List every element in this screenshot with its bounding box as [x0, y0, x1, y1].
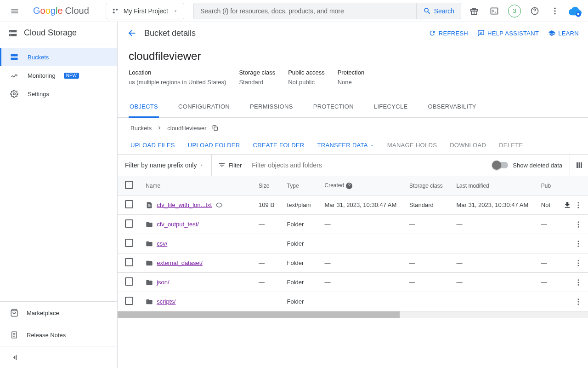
col-modified[interactable]: Last modified — [451, 176, 535, 196]
row-more-icon[interactable] — [574, 220, 582, 229]
tab-configuration[interactable]: CONFIGURATION — [177, 97, 231, 117]
upload-files-button[interactable]: UPLOAD FILES — [130, 142, 175, 149]
table-row: csv/—Folder———— — [118, 234, 588, 253]
refresh-button[interactable]: REFRESH — [429, 29, 468, 37]
back-arrow-icon[interactable] — [127, 28, 137, 38]
object-name-link[interactable]: json/ — [157, 279, 169, 286]
tab-bar: OBJECTSCONFIGURATIONPERMISSIONSPROTECTIO… — [118, 97, 588, 118]
svg-point-29 — [578, 221, 579, 223]
svg-point-34 — [578, 245, 579, 247]
svg-point-2 — [113, 12, 114, 13]
upload-folder-button[interactable]: UPLOAD FOLDER — [188, 142, 240, 149]
delete-button[interactable]: DELETE — [499, 142, 523, 149]
cloud-shell-icon[interactable] — [485, 2, 503, 20]
filter-button[interactable]: Filter — [212, 161, 248, 169]
cell-public: — — [536, 253, 557, 273]
sidebar-item-settings[interactable]: Settings — [0, 85, 117, 103]
svg-point-28 — [578, 207, 579, 208]
row-checkbox[interactable] — [125, 200, 133, 208]
tab-lifecycle[interactable]: LIFECYCLE — [373, 97, 409, 117]
gift-icon[interactable] — [465, 2, 483, 20]
search-icon — [423, 7, 431, 15]
create-folder-button[interactable]: CREATE FOLDER — [253, 142, 305, 149]
help-icon[interactable]: ? — [346, 183, 352, 189]
more-icon[interactable] — [546, 2, 564, 20]
row-checkbox[interactable] — [125, 277, 133, 286]
row-checkbox[interactable] — [125, 258, 133, 266]
column-settings-icon[interactable] — [570, 155, 588, 176]
download-button[interactable]: DOWNLOAD — [450, 142, 486, 149]
table-row: scripts/—Folder———— — [118, 292, 588, 311]
svg-point-10 — [554, 13, 555, 14]
svg-point-40 — [578, 284, 579, 285]
select-all-checkbox[interactable] — [125, 181, 133, 189]
col-type[interactable]: Type — [282, 176, 319, 196]
global-header: Google Cloud My First Project Search (/)… — [0, 0, 588, 22]
tab-objects[interactable]: OBJECTS — [129, 97, 159, 118]
svg-point-9 — [554, 10, 555, 12]
account-avatar[interactable] — [566, 2, 584, 20]
help-icon[interactable] — [526, 2, 544, 20]
col-name[interactable]: Name — [140, 176, 253, 196]
sidebar-item-monitoring[interactable]: MonitoringNEW — [0, 66, 117, 85]
col-size[interactable]: Size — [253, 176, 281, 196]
horizontal-scrollbar[interactable] — [118, 311, 588, 318]
row-checkbox[interactable] — [125, 219, 133, 228]
cell-created: — — [319, 234, 404, 253]
transfer-data-button[interactable]: TRANSFER DATA — [317, 142, 374, 149]
filter-input[interactable] — [248, 155, 486, 176]
google-cloud-logo[interactable]: Google Cloud — [29, 6, 93, 16]
svg-rect-22 — [214, 127, 217, 130]
protection-label: Protection — [338, 69, 365, 76]
sidebar-item-buckets[interactable]: Buckets — [0, 48, 117, 66]
row-more-icon[interactable] — [574, 201, 582, 209]
col-public[interactable]: Pub — [536, 176, 557, 196]
svg-rect-24 — [578, 162, 580, 168]
cell-modified: — — [451, 215, 535, 234]
svg-point-27 — [578, 204, 579, 206]
sidebar-collapse[interactable] — [0, 346, 117, 368]
row-checkbox[interactable] — [125, 239, 133, 247]
row-more-icon[interactable] — [574, 278, 582, 287]
help-assistant-button[interactable]: HELP ASSISTANT — [477, 29, 539, 37]
show-deleted-toggle[interactable]: Show deleted data — [486, 162, 570, 169]
cell-type: Folder — [282, 253, 319, 273]
search-input[interactable]: Search (/) for resources, docs, products… — [193, 3, 416, 19]
row-more-icon[interactable] — [574, 259, 582, 267]
col-created[interactable]: Created? — [319, 176, 404, 196]
tab-observability[interactable]: OBSERVABILITY — [427, 97, 477, 117]
svg-point-1 — [116, 8, 118, 10]
object-name-link[interactable]: cfv_file_with_lon...txt — [157, 201, 212, 208]
object-name-link[interactable]: cfv_output_test/ — [157, 221, 199, 228]
svg-point-37 — [578, 264, 579, 266]
trial-badge[interactable]: 3 — [505, 2, 524, 20]
row-more-icon[interactable] — [574, 240, 582, 248]
search-button[interactable]: Search — [416, 3, 461, 19]
sidebar-release-notes[interactable]: Release Notes — [0, 324, 117, 346]
svg-point-12 — [10, 31, 11, 32]
download-icon[interactable] — [563, 201, 571, 209]
row-checkbox[interactable] — [125, 297, 133, 305]
breadcrumb-root[interactable]: Buckets — [130, 125, 152, 132]
manage-holds-button[interactable]: MANAGE HOLDS — [387, 142, 437, 149]
sidebar-item-label: Buckets — [28, 54, 49, 61]
folder-icon — [146, 279, 153, 286]
row-more-icon[interactable] — [574, 298, 582, 306]
chevron-left-icon — [10, 353, 18, 362]
new-badge: NEW — [64, 73, 79, 79]
sidebar-header[interactable]: Cloud Storage — [0, 22, 117, 44]
chevron-right-icon — [156, 125, 163, 131]
sidebar-marketplace[interactable]: Marketplace — [0, 302, 117, 324]
object-name-link[interactable]: scripts/ — [157, 298, 175, 305]
object-name-link[interactable]: external_dataset/ — [157, 259, 203, 266]
col-class[interactable]: Storage class — [404, 176, 451, 196]
tab-protection[interactable]: PROTECTION — [312, 97, 355, 117]
svg-point-8 — [554, 7, 555, 9]
object-name-link[interactable]: csv/ — [157, 240, 167, 247]
tab-permissions[interactable]: PERMISSIONS — [249, 97, 294, 117]
hamburger-menu[interactable] — [4, 0, 26, 22]
copy-icon[interactable] — [211, 124, 219, 132]
learn-button[interactable]: LEARN — [548, 29, 579, 37]
project-picker[interactable]: My First Project — [106, 3, 184, 19]
filter-mode-dropdown[interactable]: Filter by name prefix only — [118, 155, 212, 176]
